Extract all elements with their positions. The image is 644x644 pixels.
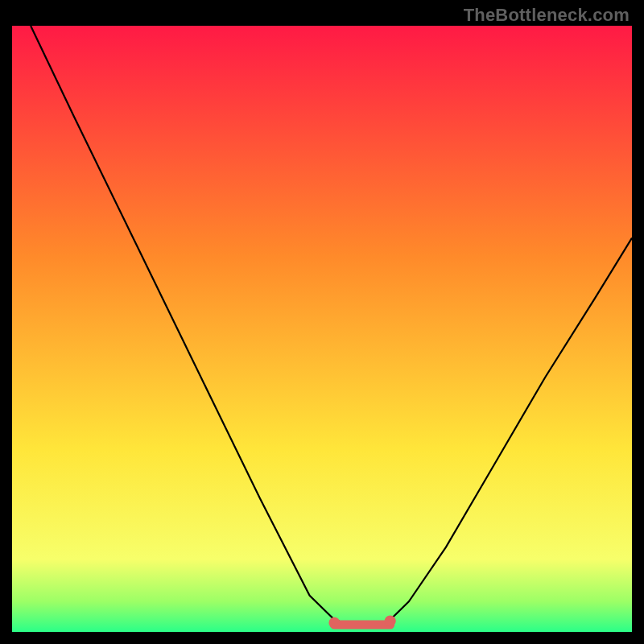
marker-right (385, 615, 396, 626)
marker-left (328, 617, 340, 629)
watermark-text: TheBottleneck.com (464, 5, 630, 26)
bottleneck-svg (12, 26, 632, 632)
plot-area (12, 26, 632, 632)
gradient-bg (12, 26, 632, 632)
chart-frame: TheBottleneck.com (0, 0, 644, 644)
